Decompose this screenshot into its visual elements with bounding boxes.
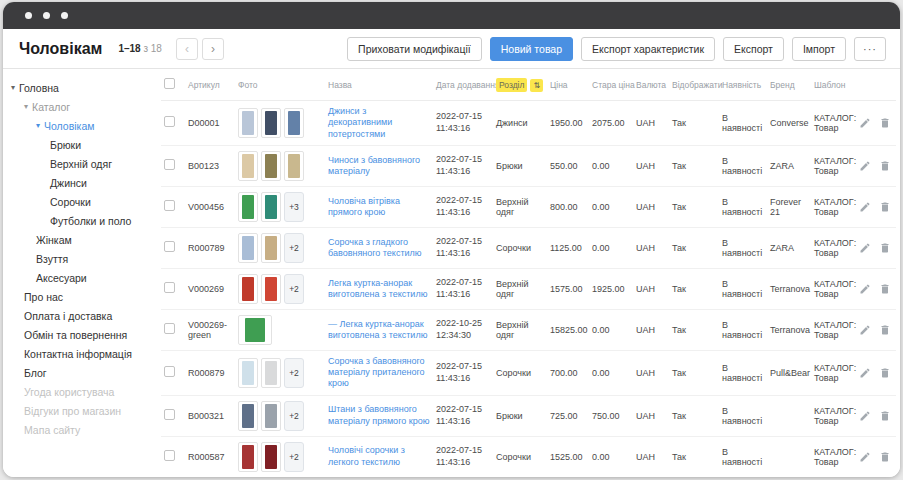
sidebar-item-5[interactable]: Верхній одяг	[3, 154, 153, 173]
product-thumbnail[interactable]	[238, 358, 258, 388]
product-name-link[interactable]: Чоловічі сорочки з легкого текстилю	[328, 445, 430, 468]
export-characteristics-button[interactable]: Експорт характеристик	[581, 37, 715, 61]
row-checkbox[interactable]	[164, 450, 175, 461]
product-name-link[interactable]: Легка куртка-анорак виготовлена з тексти…	[328, 278, 430, 301]
product-thumbnail[interactable]	[238, 274, 258, 304]
product-name-link[interactable]: Джинси з декоративними потертостями	[328, 106, 430, 140]
more-photos-badge[interactable]: +2	[284, 358, 304, 388]
product-thumbnail[interactable]	[284, 108, 304, 138]
next-page-button[interactable]: ›	[202, 38, 224, 60]
column-header-6[interactable]: Ціна	[547, 69, 589, 101]
new-product-button[interactable]: Новий товар	[490, 37, 573, 61]
delete-icon[interactable]	[879, 410, 891, 422]
sidebar-item-12[interactable]: Про нас	[3, 287, 153, 306]
column-header-3[interactable]: Назва	[325, 69, 433, 101]
product-name-link[interactable]: — Легка куртка-анорак виготовлена з текс…	[328, 319, 430, 342]
edit-icon[interactable]	[860, 451, 871, 463]
sidebar-item-6[interactable]: Джинси	[3, 173, 153, 192]
select-all-checkbox[interactable]	[164, 78, 175, 89]
window-control-dot-3[interactable]	[61, 12, 68, 19]
product-name-link[interactable]: Чиноси з бавовняного матеріалу	[328, 155, 430, 178]
sidebar-item-11[interactable]: Аксесуари	[3, 268, 153, 287]
delete-icon[interactable]	[879, 324, 891, 336]
sidebar-item-16[interactable]: Блог	[3, 363, 153, 382]
sidebar-item-14[interactable]: Обмін та повернення	[3, 325, 153, 344]
column-header-10[interactable]: Наявність	[719, 69, 767, 101]
column-header-9[interactable]: Відображати	[669, 69, 719, 101]
product-thumbnail[interactable]	[238, 315, 272, 345]
product-name-link[interactable]: Чоловіча вітрівка прямого крою	[328, 196, 430, 219]
row-checkbox[interactable]	[164, 282, 175, 293]
sidebar-item-15[interactable]: Контактна інформація	[3, 344, 153, 363]
column-header-1[interactable]: Артикул	[185, 69, 235, 101]
row-checkbox[interactable]	[164, 159, 175, 170]
edit-icon[interactable]	[860, 283, 871, 295]
sidebar-item-10[interactable]: Взуття	[3, 249, 153, 268]
edit-icon[interactable]	[860, 242, 871, 254]
sidebar-item-8[interactable]: Футболки и поло	[3, 211, 153, 230]
product-thumbnail[interactable]	[261, 233, 281, 263]
row-checkbox[interactable]	[164, 200, 175, 211]
product-name-link[interactable]: Сорочка з гладкого бавовняного текстилю	[328, 237, 430, 260]
sidebar-item-7[interactable]: Сорочки	[3, 192, 153, 211]
sidebar-item-18[interactable]: Відгуки про магазин	[3, 401, 153, 420]
more-photos-badge[interactable]: +2	[284, 442, 304, 472]
hide-modifications-button[interactable]: Приховати модифікації	[347, 37, 482, 61]
column-header-8[interactable]: Валюта	[633, 69, 669, 101]
sidebar-item-19[interactable]: Мапа сайту	[3, 420, 153, 439]
edit-icon[interactable]	[860, 160, 871, 172]
more-photos-badge[interactable]: +2	[284, 233, 304, 263]
import-button[interactable]: Імпорт	[792, 37, 846, 61]
column-header-2[interactable]: Фото	[235, 69, 325, 101]
edit-icon[interactable]	[860, 324, 871, 336]
row-checkbox[interactable]	[164, 409, 175, 420]
delete-icon[interactable]	[879, 367, 891, 379]
product-thumbnail[interactable]	[261, 108, 281, 138]
delete-icon[interactable]	[879, 242, 891, 254]
column-header-5[interactable]: Розділ⇅	[493, 69, 547, 101]
product-thumbnail[interactable]	[261, 274, 281, 304]
product-thumbnail[interactable]	[238, 151, 258, 181]
more-actions-button[interactable]: ···	[854, 37, 886, 61]
sidebar-item-1[interactable]: ▾Головна	[3, 78, 153, 97]
more-photos-badge[interactable]: +2	[284, 274, 304, 304]
more-photos-badge[interactable]: +2	[284, 401, 304, 431]
delete-icon[interactable]	[879, 201, 891, 213]
prev-page-button[interactable]: ‹	[176, 38, 198, 60]
delete-icon[interactable]	[879, 117, 891, 129]
sidebar-item-3[interactable]: ▾Чоловікам	[3, 116, 153, 135]
row-checkbox[interactable]	[164, 323, 175, 334]
column-header-7[interactable]: Стара ціна	[589, 69, 633, 101]
delete-icon[interactable]	[879, 451, 891, 463]
product-thumbnail[interactable]	[238, 192, 258, 222]
product-thumbnail[interactable]	[261, 151, 281, 181]
edit-icon[interactable]	[860, 117, 871, 129]
sidebar-item-13[interactable]: Оплата і доставка	[3, 306, 153, 325]
product-name-link[interactable]: Штани з бавовняного матеріалу прямого кр…	[328, 404, 430, 427]
window-control-dot-1[interactable]	[25, 12, 32, 19]
product-thumbnail[interactable]	[261, 401, 281, 431]
more-photos-badge[interactable]: +3	[284, 192, 304, 222]
product-thumbnail[interactable]	[261, 358, 281, 388]
sidebar-item-2[interactable]: ▾Каталог	[3, 97, 153, 116]
edit-icon[interactable]	[860, 201, 871, 213]
product-thumbnail[interactable]	[238, 108, 258, 138]
row-checkbox[interactable]	[164, 366, 175, 377]
column-header-11[interactable]: Бренд	[767, 69, 811, 101]
export-button[interactable]: Експорт	[723, 37, 784, 61]
window-control-dot-2[interactable]	[43, 12, 50, 19]
sidebar-item-4[interactable]: Брюки	[3, 135, 153, 154]
product-thumbnail[interactable]	[261, 442, 281, 472]
edit-icon[interactable]	[860, 367, 871, 379]
sidebar-item-17[interactable]: Угода користувача	[3, 382, 153, 401]
product-thumbnail[interactable]	[238, 401, 258, 431]
column-header-4[interactable]: Дата додавання	[433, 69, 493, 101]
row-checkbox[interactable]	[164, 241, 175, 252]
delete-icon[interactable]	[879, 160, 891, 172]
sidebar-item-9[interactable]: Жінкам	[3, 230, 153, 249]
sort-icon[interactable]: ⇅	[530, 79, 543, 92]
product-thumbnail[interactable]	[284, 151, 304, 181]
row-checkbox[interactable]	[164, 116, 175, 127]
product-thumbnail[interactable]	[238, 442, 258, 472]
product-thumbnail[interactable]	[238, 233, 258, 263]
